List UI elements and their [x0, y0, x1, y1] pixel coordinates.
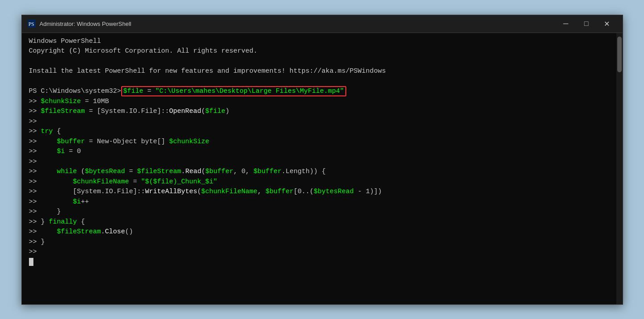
powershell-icon: PS: [27, 19, 36, 28]
blank-line-1: [29, 57, 615, 67]
scrollbar-thumb[interactable]: [617, 37, 622, 72]
line-try-close: >> }: [29, 237, 615, 248]
line-finally: >> } finally {: [29, 217, 615, 228]
cursor-line: [29, 257, 615, 268]
line-while: >> while ($bytesRead = $fileStream.Read(…: [29, 167, 615, 177]
svg-text:PS: PS: [28, 21, 34, 27]
line-filestream: >> $fileStream = [System.IO.File]::OpenR…: [29, 107, 615, 117]
line-i-inc: >> $i++: [29, 197, 615, 207]
window-controls: ─ □ ✕: [556, 15, 617, 33]
scrollbar-track[interactable]: [616, 33, 623, 304]
terminal-body[interactable]: Windows PowerShell Copyright (C) Microso…: [22, 33, 623, 304]
blank-line-2: [29, 77, 615, 87]
line-buffer: >> $buffer = New-Object byte[] $chunkSiz…: [29, 137, 615, 147]
line-i-init: >> $i = 0: [29, 147, 615, 157]
minimize-button[interactable]: ─: [556, 15, 576, 33]
title-bar: PS Administrator: Windows PowerShell ─ □…: [22, 15, 623, 33]
maximize-button[interactable]: □: [576, 15, 597, 33]
line-file-assign: PS C:\Windows\system32>$file = "C:\Users…: [29, 87, 615, 97]
line-close: >> $fileStream.Close(): [29, 227, 615, 237]
line-chunksize: >> $chunkSize = 10MB: [29, 97, 615, 107]
line-blank-3: >>: [29, 117, 615, 127]
line-chunkfilename: >> $chunkFileName = "$($file)_Chunk_$i": [29, 177, 615, 187]
header-line-4: Install the latest PowerShell for new fe…: [29, 66, 615, 77]
powershell-window: PS Administrator: Windows PowerShell ─ □…: [21, 15, 623, 305]
line-try: >> try {: [29, 127, 615, 137]
line-prompt-end: >>: [29, 247, 615, 257]
line-while-close: >> }: [29, 207, 615, 217]
header-line-1: Windows PowerShell: [29, 37, 615, 47]
line-writeallbytes: >> [System.IO.File]::WriteAllBytes($chun…: [29, 187, 615, 197]
line-blank-4: >>: [29, 157, 615, 167]
window-title: Administrator: Windows PowerShell: [40, 21, 556, 27]
close-button[interactable]: ✕: [597, 15, 617, 33]
header-line-2: Copyright (C) Microsoft Corporation. All…: [29, 46, 615, 57]
